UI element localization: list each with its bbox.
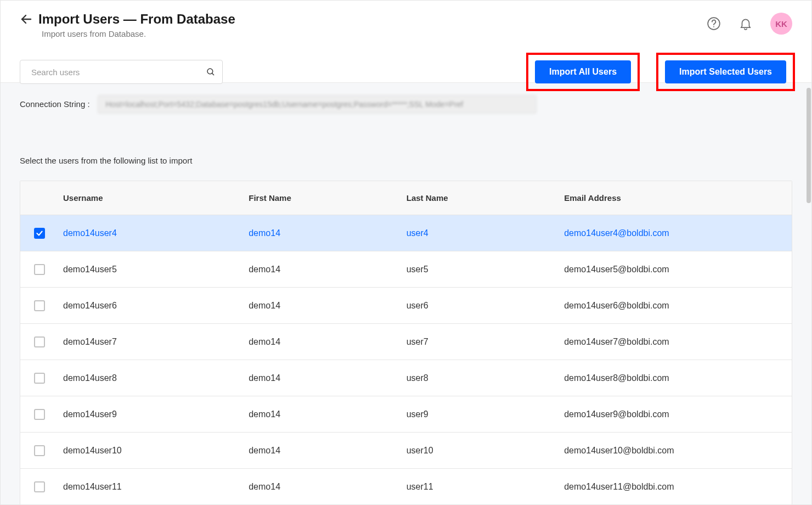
table-row[interactable]: demo14user11demo14user11demo14user11@bol… (20, 469, 792, 505)
bell-icon[interactable] (738, 16, 753, 31)
back-arrow-icon[interactable] (20, 13, 33, 26)
cell-last: user10 (402, 446, 560, 456)
connection-string: Host=localhost;Port=5432;Database=postgr… (98, 95, 537, 114)
header: Import Users — From Database Import user… (1, 1, 811, 83)
cell-last: user4 (402, 228, 560, 238)
search-box[interactable] (20, 60, 223, 84)
primary-buttons: Import All Users Import Selected Users (526, 53, 795, 91)
help-icon[interactable] (707, 16, 721, 31)
table-row[interactable]: demo14user6demo14user6demo14user6@boldbi… (20, 288, 792, 324)
table-row[interactable]: demo14user9demo14user9demo14user9@boldbi… (20, 396, 792, 433)
cell-email: demo14user4@boldbi.com (560, 228, 792, 238)
cell-email: demo14user6@boldbi.com (560, 301, 792, 311)
cell-last: user6 (402, 301, 560, 311)
table-row[interactable]: demo14user5demo14user5demo14user5@boldbi… (20, 251, 792, 288)
row-checkbox[interactable] (34, 445, 45, 456)
page-title: Import Users — From Database (38, 12, 235, 27)
cell-username: demo14user4 (59, 228, 244, 238)
cell-first: demo14 (244, 265, 402, 274)
cell-last: user9 (402, 409, 560, 419)
row-checkbox[interactable] (34, 373, 45, 384)
cell-last: user8 (402, 373, 560, 383)
avatar[interactable]: KK (770, 13, 792, 35)
row-checkbox-cell (20, 300, 59, 311)
top-icons: KK (707, 13, 792, 35)
connection-block: Host=localhost;Port=5432;Database=postgr… (98, 95, 537, 114)
cell-first: demo14 (244, 301, 402, 311)
row-checkbox[interactable] (34, 228, 45, 239)
cell-last: user11 (402, 482, 560, 492)
cell-first: demo14 (244, 482, 402, 492)
cell-email: demo14user5@boldbi.com (560, 265, 792, 274)
cell-email: demo14user7@boldbi.com (560, 337, 792, 347)
cell-first: demo14 (244, 337, 402, 347)
svg-point-2 (713, 26, 714, 27)
cell-first: demo14 (244, 373, 402, 383)
row-checkbox-cell (20, 228, 59, 239)
row-checkbox[interactable] (34, 300, 45, 311)
row-checkbox-cell (20, 409, 59, 420)
search-input[interactable] (31, 68, 206, 77)
cell-first: demo14 (244, 409, 402, 419)
col-email: Email Address (560, 193, 792, 203)
connection-label: Connection String : (20, 95, 90, 109)
cell-email: demo14user11@boldbi.com (560, 482, 792, 492)
import-all-button[interactable]: Import All Users (535, 60, 631, 83)
cell-email: demo14user9@boldbi.com (560, 409, 792, 419)
users-table: Username First Name Last Name Email Addr… (20, 181, 792, 505)
highlight-import-selected: Import Selected Users (656, 53, 795, 91)
table-row[interactable]: demo14user10demo14user10demo14user10@bol… (20, 433, 792, 469)
cell-username: demo14user5 (59, 265, 244, 274)
cell-username: demo14user10 (59, 446, 244, 456)
highlight-import-all: Import All Users (526, 53, 640, 91)
instruction-text: Select the users from the following list… (20, 156, 792, 165)
scrollbar[interactable] (807, 88, 811, 203)
row-checkbox[interactable] (34, 336, 45, 347)
cell-username: demo14user6 (59, 301, 244, 311)
row-checkbox[interactable] (34, 409, 45, 420)
cell-username: demo14user11 (59, 482, 244, 492)
col-username: Username (59, 193, 244, 203)
cell-email: demo14user10@boldbi.com (560, 446, 792, 456)
table-row[interactable]: demo14user7demo14user7demo14user7@boldbi… (20, 324, 792, 360)
import-selected-button[interactable]: Import Selected Users (665, 60, 786, 83)
row-checkbox-cell (20, 445, 59, 456)
svg-line-4 (212, 73, 214, 75)
table-row[interactable]: demo14user4demo14user4demo14user4@boldbi… (20, 215, 792, 251)
row-checkbox-cell (20, 481, 59, 492)
row-checkbox-cell (20, 336, 59, 347)
row-checkbox[interactable] (34, 481, 45, 492)
cell-username: demo14user7 (59, 337, 244, 347)
cell-email: demo14user8@boldbi.com (560, 373, 792, 383)
table-header: Username First Name Last Name Email Addr… (20, 181, 792, 215)
row-checkbox[interactable] (34, 264, 45, 275)
page-subtitle: Import users from Database. (42, 29, 795, 38)
action-row: Import All Users Import Selected Users (20, 53, 795, 91)
cell-first: demo14 (244, 228, 402, 238)
cell-first: demo14 (244, 446, 402, 456)
search-icon[interactable] (206, 67, 216, 77)
table-row[interactable]: demo14user8demo14user8demo14user8@boldbi… (20, 360, 792, 396)
row-checkbox-cell (20, 373, 59, 384)
col-firstname: First Name (244, 193, 402, 203)
connection-row: Connection String : Host=localhost;Port=… (20, 95, 792, 114)
cell-last: user7 (402, 337, 560, 347)
main-panel: Connection String : Host=localhost;Port=… (1, 83, 811, 504)
cell-last: user5 (402, 265, 560, 274)
cell-username: demo14user8 (59, 373, 244, 383)
table-body: demo14user4demo14user4demo14user4@boldbi… (20, 215, 792, 505)
svg-point-3 (207, 69, 213, 74)
title-row: Import Users — From Database (20, 12, 795, 27)
row-checkbox-cell (20, 264, 59, 275)
col-lastname: Last Name (402, 193, 560, 203)
cell-username: demo14user9 (59, 409, 244, 419)
